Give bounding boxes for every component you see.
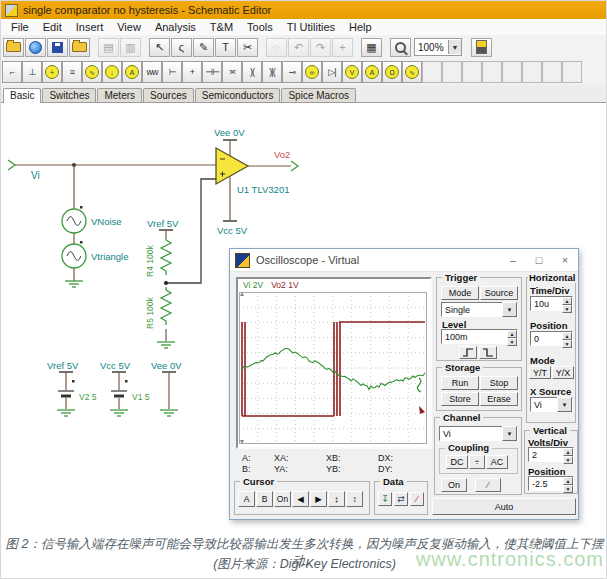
component-button[interactable]: A [122,61,142,83]
spinner[interactable]: ▲▼ [562,297,572,310]
voltsdiv-input[interactable]: 2 ▲▼ [528,447,574,462]
trigger-mode-select[interactable]: Single ▼ [441,302,518,317]
menu-item[interactable]: Edit [36,21,69,33]
h-position-input[interactable]: 0 ▲▼ [530,331,573,346]
toolbar-button[interactable]: ▤ [98,38,119,57]
toolbar-button[interactable]: T [215,38,236,57]
cursor-button[interactable]: ↨ [328,491,345,507]
menu-item[interactable]: Help [342,21,379,33]
rising-edge-button[interactable] [459,346,477,359]
close-button[interactable]: × [552,250,578,270]
oscilloscope-titlebar[interactable]: Oscilloscope - Virtual – □ × [230,249,578,272]
cursor-button[interactable]: A [238,491,255,507]
component-button[interactable]: ≡ [62,61,82,83]
component-button[interactable] [542,61,562,83]
menu-item[interactable]: Tools [240,21,280,33]
falling-edge-button[interactable] [479,346,497,359]
resistor-r4[interactable] [161,237,171,275]
store-button[interactable]: Store [441,392,479,406]
minimize-button[interactable]: – [500,250,526,270]
toolbar-button[interactable] [69,38,90,57]
channel-slope-button[interactable]: ∕ [475,478,501,492]
toolbar-button[interactable]: ✂ [237,38,258,57]
component-button[interactable]: ⊥ [22,61,42,83]
data-button[interactable]: ∕ [410,492,424,506]
toolbar-button[interactable] [25,38,46,57]
component-button[interactable]: Ω [382,61,402,83]
component-button[interactable] [522,61,542,83]
toolbar-button[interactable] [383,38,389,57]
component-button[interactable]: )|( [262,61,282,83]
menu-item[interactable]: T&M [203,21,240,33]
cursor-button[interactable]: B [256,491,273,507]
xsource-select[interactable]: Vi ▼ [530,397,573,412]
toolbar-button[interactable] [259,38,265,57]
toolbar-button[interactable] [47,38,68,57]
component-button[interactable]: ∞ [302,61,322,83]
cursor-button[interactable]: On [274,491,291,507]
coupling-ac-button[interactable]: AC [486,455,508,469]
cursor-button[interactable]: ↕ [346,491,363,507]
cursor-button[interactable]: ▶ [310,491,327,507]
component-button[interactable] [442,61,462,83]
yt-mode-button[interactable]: Y/T [529,366,551,379]
component-button[interactable] [502,61,522,83]
component-button[interactable]: V [342,61,362,83]
component-button[interactable]: + [42,61,62,83]
toolbar-button[interactable]: ↖ [149,38,170,57]
oscilloscope-window[interactable]: Oscilloscope - Virtual – □ × Vi 2VVo2 1V [229,248,579,520]
timediv-input[interactable]: 10u ▲▼ [530,296,573,311]
toolbar-button[interactable]: ς [171,38,192,57]
menu-item[interactable]: Analysis [148,21,203,33]
interactive-mode-button[interactable] [471,38,492,57]
menu-item[interactable]: Insert [69,21,111,33]
coupling-gnd-button[interactable]: ÷ [469,455,485,469]
stop-button[interactable]: Stop [480,376,518,390]
v-position-input[interactable]: -2.5 ▲▼ [528,476,574,491]
toolbar-button[interactable]: ◌ [266,38,287,57]
component-button[interactable]: ≍ [222,61,242,83]
chevron-down-icon[interactable]: ▼ [502,302,517,317]
toolbar-button[interactable]: ▥ [120,38,141,57]
component-button[interactable]: ↓ [102,61,122,83]
component-button[interactable] [562,61,582,83]
spinner[interactable]: ▲▼ [507,330,517,343]
erase-button[interactable]: Erase [480,392,518,406]
component-button[interactable] [482,61,502,83]
menu-item[interactable]: View [110,21,148,33]
toolbar-button[interactable]: ▦ [361,38,382,57]
component-tab[interactable]: Sources [143,88,194,102]
chevron-down-icon[interactable]: ▼ [557,397,572,412]
component-button[interactable]: )( [242,61,262,83]
menu-item[interactable]: File [4,21,36,33]
trigger-mode-button[interactable]: Mode [441,286,479,300]
channel-on-button[interactable]: On [441,478,467,492]
component-button[interactable]: ⊢ [162,61,182,83]
toolbar-button[interactable]: ↶ [288,38,309,57]
toolbar-button[interactable]: ✎ [193,38,214,57]
component-button[interactable]: ⊣⊢ [202,61,222,83]
component-button[interactable]: ww [142,61,162,83]
component-tab[interactable]: Basic [3,88,41,103]
data-button[interactable]: ⇄ [394,492,408,506]
toolbar-button[interactable] [3,38,24,57]
zoom-level-select[interactable]: 100% ▼ [414,38,462,56]
resistor-r5[interactable] [161,287,171,325]
component-tab[interactable]: Semiconductors [195,88,281,102]
spinner[interactable]: ▲▼ [563,477,573,490]
component-button[interactable]: ∿ [82,61,102,83]
component-button[interactable]: ▷| [322,61,342,83]
component-tab[interactable]: Meters [97,88,142,102]
trigger-source-button[interactable]: Source [480,286,518,300]
coupling-dc-button[interactable]: DC [446,455,468,469]
maximize-button[interactable]: □ [526,250,552,270]
component-tab[interactable]: Spice Macros [281,88,356,102]
yx-mode-button[interactable]: Y/X [552,366,574,379]
data-button[interactable]: ↧ [378,492,392,506]
trigger-level-input[interactable]: 100m ▲▼ [441,329,518,344]
toolbar-button[interactable] [354,38,360,57]
component-button[interactable]: A [362,61,382,83]
auto-button[interactable]: Auto [432,498,576,515]
spinner[interactable]: ▲▼ [563,448,573,461]
component-button[interactable]: ⌐ [2,61,22,83]
